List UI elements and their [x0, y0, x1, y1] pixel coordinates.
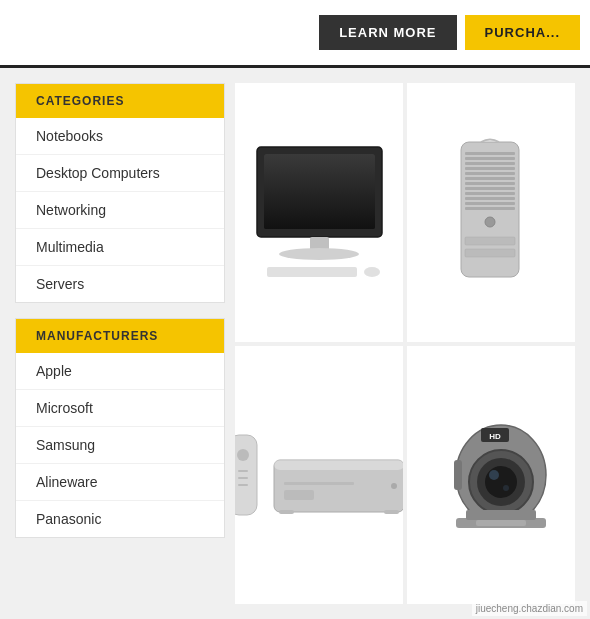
- top-bar: LEARN MORE PURCHA...: [0, 0, 590, 68]
- camera-image: HD: [426, 410, 556, 540]
- svg-point-25: [237, 449, 249, 461]
- product-imac[interactable]: [235, 83, 403, 342]
- main-content: CATEGORIES Notebooks Desktop Computers N…: [0, 68, 590, 619]
- mini-image: [235, 415, 403, 535]
- svg-point-41: [485, 466, 517, 498]
- sidebar-item-samsung[interactable]: Samsung: [16, 427, 224, 464]
- manufacturers-section: MANUFACTURERS Apple Microsoft Samsung Al…: [15, 318, 225, 538]
- svg-rect-46: [476, 520, 526, 526]
- sidebar-item-desktop-computers[interactable]: Desktop Computers: [16, 155, 224, 192]
- svg-rect-30: [274, 460, 403, 470]
- svg-rect-20: [465, 207, 515, 210]
- svg-rect-24: [235, 435, 257, 515]
- imac-image: [242, 142, 397, 282]
- svg-rect-33: [284, 490, 314, 500]
- svg-rect-26: [238, 470, 248, 472]
- svg-point-5: [279, 248, 359, 260]
- svg-rect-16: [465, 187, 515, 190]
- svg-rect-10: [465, 157, 515, 160]
- svg-rect-19: [465, 202, 515, 205]
- tower-image: [451, 137, 531, 287]
- svg-text:HD: HD: [489, 432, 501, 441]
- svg-rect-17: [465, 192, 515, 195]
- svg-rect-34: [279, 510, 294, 514]
- svg-rect-23: [465, 249, 515, 257]
- product-apple-tv[interactable]: [235, 346, 403, 605]
- svg-rect-6: [267, 267, 357, 277]
- manufacturers-header: MANUFACTURERS: [16, 319, 224, 353]
- product-camera[interactable]: HD: [407, 346, 575, 605]
- svg-rect-2: [264, 154, 375, 229]
- learn-more-button[interactable]: LEARN MORE: [319, 15, 456, 50]
- svg-rect-35: [384, 510, 399, 514]
- svg-rect-27: [238, 477, 248, 479]
- product-grid: HD: [235, 83, 575, 604]
- sidebar-item-alineware[interactable]: Alineware: [16, 464, 224, 501]
- sidebar-item-notebooks[interactable]: Notebooks: [16, 118, 224, 155]
- product-mac-pro[interactable]: [407, 83, 575, 342]
- purchase-button[interactable]: PURCHA...: [465, 15, 580, 50]
- svg-point-21: [485, 217, 495, 227]
- svg-rect-9: [465, 152, 515, 155]
- svg-rect-22: [465, 237, 515, 245]
- svg-point-7: [364, 267, 380, 277]
- svg-rect-32: [284, 482, 354, 485]
- svg-rect-45: [466, 510, 536, 520]
- sidebar-item-apple[interactable]: Apple: [16, 353, 224, 390]
- sidebar-item-microsoft[interactable]: Microsoft: [16, 390, 224, 427]
- sidebar-item-panasonic[interactable]: Panasonic: [16, 501, 224, 537]
- sidebar-item-networking[interactable]: Networking: [16, 192, 224, 229]
- categories-section: CATEGORIES Notebooks Desktop Computers N…: [15, 83, 225, 303]
- svg-rect-13: [465, 172, 515, 175]
- svg-rect-18: [465, 197, 515, 200]
- svg-point-43: [503, 485, 509, 491]
- svg-rect-11: [465, 162, 515, 165]
- svg-rect-15: [465, 182, 515, 185]
- svg-rect-28: [238, 484, 248, 486]
- svg-rect-47: [454, 460, 462, 490]
- sidebar-item-servers[interactable]: Servers: [16, 266, 224, 302]
- sidebar-item-multimedia[interactable]: Multimedia: [16, 229, 224, 266]
- svg-point-31: [391, 483, 397, 489]
- sidebar: CATEGORIES Notebooks Desktop Computers N…: [15, 83, 225, 604]
- categories-header: CATEGORIES: [16, 84, 224, 118]
- watermark: jiuecheng.chazdian.com: [472, 601, 587, 616]
- svg-rect-12: [465, 167, 515, 170]
- svg-rect-14: [465, 177, 515, 180]
- svg-point-42: [489, 470, 499, 480]
